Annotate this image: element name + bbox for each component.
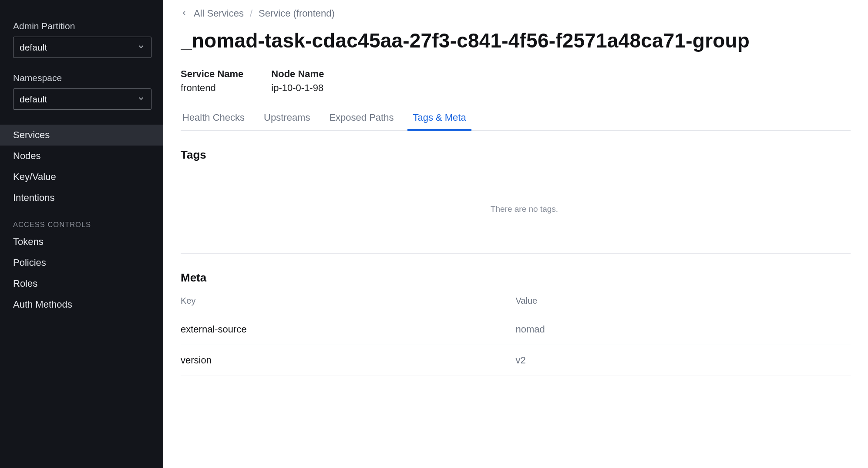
sidebar-item-roles[interactable]: Roles — [0, 273, 163, 294]
tab-exposed-paths[interactable]: Exposed Paths — [327, 106, 395, 130]
sidebar-item-services[interactable]: Services — [0, 125, 163, 146]
service-name-label: Service Name — [181, 68, 243, 80]
meta-table-header: Key Value — [181, 288, 851, 314]
sidebar-item-intentions[interactable]: Intentions — [0, 187, 163, 208]
sidebar-item-auth-methods[interactable]: Auth Methods — [0, 294, 163, 315]
sidebar-item-label: Nodes — [13, 150, 41, 161]
namespace-value: default — [20, 94, 47, 105]
table-row: external-source nomad — [181, 314, 851, 345]
sidebar-item-label: Policies — [13, 257, 46, 268]
sidebar-item-label: Tokens — [13, 236, 44, 247]
divider — [181, 253, 851, 254]
main-content: All Services / Service (frontend) _nomad… — [163, 0, 868, 468]
sidebar-item-policies[interactable]: Policies — [0, 252, 163, 273]
admin-partition-select[interactable]: default — [13, 37, 151, 58]
meta-col-key: Key — [181, 296, 516, 306]
meta-section-title: Meta — [181, 271, 868, 285]
tabs: Health Checks Upstreams Exposed Paths Ta… — [181, 106, 851, 131]
table-row: version v2 — [181, 345, 851, 376]
tab-label: Tags & Meta — [413, 112, 466, 123]
breadcrumb-all-services[interactable]: All Services — [194, 8, 244, 19]
chevron-down-icon — [137, 42, 145, 53]
meta-table: Key Value external-source nomad version … — [181, 288, 851, 376]
primary-nav: Services Nodes Key/Value Intentions ACCE… — [0, 125, 163, 315]
meta-key: version — [181, 355, 516, 366]
meta-value: v2 — [516, 355, 851, 366]
meta-col-value: Value — [516, 296, 851, 306]
sidebar: Admin Partition default Namespace defaul… — [0, 0, 163, 468]
namespace-select[interactable]: default — [13, 88, 151, 110]
namespace-label: Namespace — [13, 73, 150, 83]
node-name-block: Node Name ip-10-0-1-98 — [271, 68, 324, 94]
access-controls-heading: ACCESS CONTROLS — [0, 208, 163, 231]
tab-upstreams[interactable]: Upstreams — [262, 106, 312, 130]
admin-partition-value: default — [20, 42, 47, 53]
tab-health-checks[interactable]: Health Checks — [181, 106, 246, 130]
sidebar-item-label: Roles — [13, 278, 37, 289]
meta-key: external-source — [181, 324, 516, 335]
meta-value: nomad — [516, 324, 851, 335]
service-name-block: Service Name frontend — [181, 68, 243, 94]
sidebar-item-label: Intentions — [13, 192, 54, 203]
breadcrumb: All Services / Service (frontend) — [181, 8, 868, 19]
tab-label: Exposed Paths — [329, 112, 394, 123]
service-name-value: frontend — [181, 82, 243, 94]
tags-empty-message: There are no tags. — [181, 165, 868, 253]
sidebar-item-label: Services — [13, 129, 50, 140]
page-title: _nomad-task-cdac45aa-27f3-c841-4f56-f257… — [181, 29, 868, 52]
sidebar-item-label: Auth Methods — [13, 299, 72, 310]
chevron-down-icon — [137, 94, 145, 105]
sidebar-item-key-value[interactable]: Key/Value — [0, 166, 163, 187]
sidebar-item-tokens[interactable]: Tokens — [0, 231, 163, 252]
tags-section-title: Tags — [181, 148, 868, 162]
node-name-value: ip-10-0-1-98 — [271, 82, 324, 94]
breadcrumb-separator: / — [250, 8, 252, 19]
sidebar-item-nodes[interactable]: Nodes — [0, 146, 163, 166]
node-name-label: Node Name — [271, 68, 324, 80]
sidebar-item-label: Key/Value — [13, 171, 56, 182]
service-info-row: Service Name frontend Node Name ip-10-0-… — [181, 56, 868, 106]
tab-label: Health Checks — [182, 112, 245, 123]
chevron-left-icon[interactable] — [181, 8, 188, 19]
breadcrumb-current: Service (frontend) — [259, 8, 335, 19]
admin-partition-label: Admin Partition — [13, 21, 150, 31]
tab-tags-meta[interactable]: Tags & Meta — [411, 106, 468, 130]
tab-label: Upstreams — [264, 112, 310, 123]
